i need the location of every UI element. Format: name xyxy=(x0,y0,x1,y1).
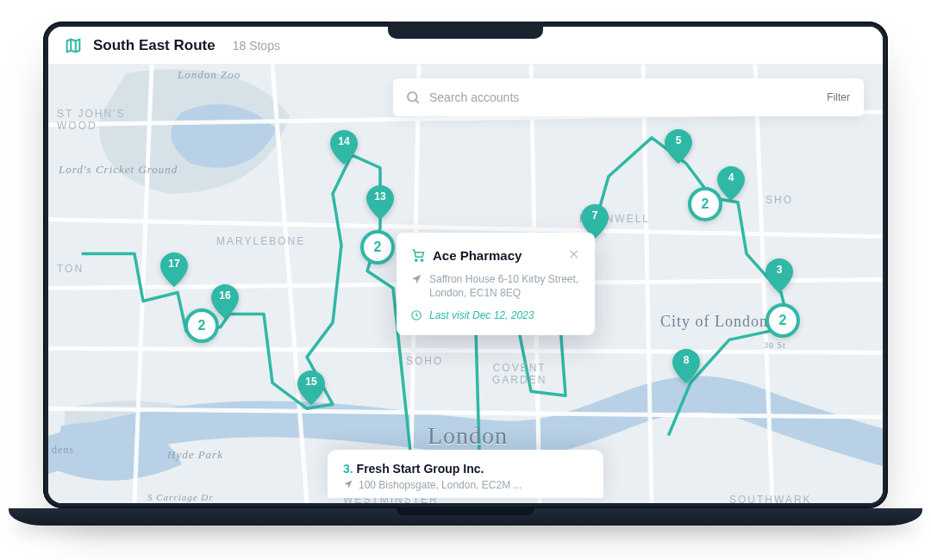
route-stop-pin[interactable]: 8 xyxy=(672,349,701,383)
map-logo-icon xyxy=(64,36,83,55)
laptop-frame: South East Route 18 Stops xyxy=(43,22,888,538)
route-title: South East Route xyxy=(93,37,216,54)
svg-point-0 xyxy=(408,92,417,102)
cart-icon xyxy=(410,247,426,263)
clock-icon xyxy=(410,309,422,321)
popup-close-button[interactable]: ✕ xyxy=(566,246,581,264)
popup-last-visit: Last visit Dec 12, 2023 xyxy=(429,308,534,322)
svg-point-1 xyxy=(416,259,417,261)
search-filter-button[interactable]: Filter xyxy=(825,88,852,107)
next-stop-address: 100 Bishopsgate, London, EC2M ... xyxy=(359,479,522,491)
location-arrow-icon xyxy=(410,273,422,285)
map-label-soho: SOHO xyxy=(406,355,443,367)
route-stop-pin[interactable]: 14 xyxy=(329,130,359,165)
map-label-islington: TON xyxy=(57,263,84,275)
next-stop-name: Fresh Start Group Inc. xyxy=(357,462,484,476)
svg-point-2 xyxy=(421,259,422,261)
search-icon xyxy=(405,90,421,105)
map-label-southwark: SOUTHWARK xyxy=(729,494,812,503)
map-label-shoreditch: SHO xyxy=(765,194,793,206)
search-bar: Filter xyxy=(393,78,864,116)
popup-address: Saffron House 6-10 Kirby Street, London,… xyxy=(429,272,581,300)
map-label-zoo: London Zoo xyxy=(178,68,241,82)
laptop-notch xyxy=(388,22,543,39)
route-stop-pin[interactable]: 4 xyxy=(716,166,746,201)
route-stop-pin[interactable]: 17 xyxy=(159,252,189,287)
next-stop-card[interactable]: 3. Fresh Start Group Inc. 100 Bishopsgat… xyxy=(328,450,603,498)
map-canvas[interactable]: London City of London MARYLEBONE SOHO CO… xyxy=(48,65,883,503)
map-label-hyde: Hyde Park xyxy=(167,448,223,462)
route-stops-count: 18 Stops xyxy=(233,39,280,53)
account-popup: Ace Pharmacy ✕ Saffron House 6-10 Kirby … xyxy=(397,233,595,335)
search-input[interactable] xyxy=(429,90,816,104)
app-viewport: South East Route 18 Stops xyxy=(48,27,883,503)
route-stop-pin[interactable]: 13 xyxy=(366,185,395,220)
laptop-base xyxy=(9,508,922,526)
laptop-screen: South East Route 18 Stops xyxy=(43,22,888,508)
popup-account-name: Ace Pharmacy xyxy=(433,248,559,263)
map-label-30st: 30 St xyxy=(764,340,786,350)
location-arrow-icon xyxy=(343,479,353,489)
map-label-lords: Lord's Cricket Ground xyxy=(59,163,178,177)
route-stop-pin[interactable]: 15 xyxy=(297,370,326,405)
map-label-london: London xyxy=(428,422,508,450)
map-label-edens: dens xyxy=(52,444,74,457)
route-stop-pin[interactable]: 3 xyxy=(765,258,794,293)
map-label-st-johns: ST JOHN'S WOOD xyxy=(57,108,125,132)
map-label-carriage: S Carriage Dr xyxy=(147,492,214,502)
route-stop-pin[interactable]: 5 xyxy=(664,129,693,164)
map-label-marylebone: MARYLEBONE xyxy=(216,235,305,247)
route-stop-pin[interactable]: 2 xyxy=(360,230,395,264)
route-stop-pin[interactable]: 2 xyxy=(765,303,800,338)
map-label-city-of-london: City of London xyxy=(660,313,768,331)
route-stop-pin[interactable]: 2 xyxy=(184,308,219,343)
map-label-covent-garden: COVENT GARDEN xyxy=(492,362,547,386)
next-stop-index: 3. xyxy=(343,462,353,476)
